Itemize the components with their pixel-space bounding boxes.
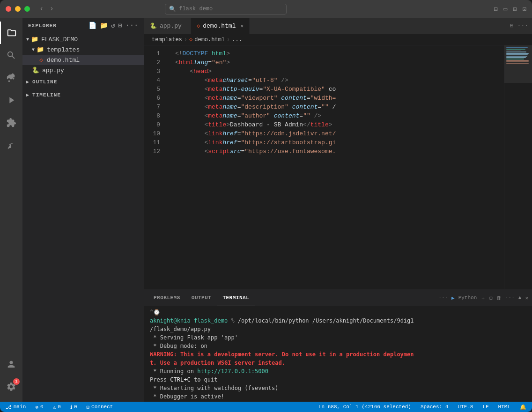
close-tab-icon[interactable]: ✕ (240, 23, 244, 29)
outline-section: ▶ OUTLINE (22, 75, 144, 88)
status-info[interactable]: ℹ 0 (68, 404, 79, 410)
status-cursor[interactable]: Ln 688, Col 1 (42166 selected) (317, 404, 413, 410)
tree-item-app-py[interactable]: 🐍 app.py (22, 65, 144, 75)
tab-demo-html[interactable]: ◇ demo.html ✕ (191, 18, 250, 34)
nav-back-button[interactable]: ‹ (37, 4, 46, 14)
editor-area: 🐍 app.py ◇ demo.html ✕ ⊟ ··· templates ›… (144, 18, 532, 402)
extensions-icon (6, 118, 16, 128)
panel-tab-right: ··· ▶ Python ＋ ⊟ 🗑 ··· ▲ ✕ (438, 294, 528, 302)
more-tabs-icon[interactable]: ··· (517, 22, 528, 29)
code-line-11: <link href="https://startbootstrap.gi (168, 138, 504, 147)
connect-label: Connect (91, 404, 113, 410)
breadcrumb-demo-html[interactable]: demo.html (194, 37, 225, 43)
line-numbers: 1 2 3 4 5 6 7 8 9 10 11 12 (144, 45, 168, 289)
kill-terminal-icon[interactable]: 🗑 (496, 295, 502, 301)
templates-label: templates (47, 46, 80, 53)
search-bar[interactable]: 🔍 flask_demo (165, 4, 287, 15)
activity-item-account[interactable] (0, 353, 22, 375)
status-warnings[interactable]: ⚠ 0 (51, 404, 63, 410)
maximize-button[interactable] (24, 6, 30, 12)
status-line-ending[interactable]: LF (480, 404, 490, 410)
status-connect[interactable]: ⊡ Connect (84, 404, 115, 410)
panel-close-icon[interactable]: ✕ (525, 295, 528, 301)
activity-item-explorer[interactable] (0, 22, 22, 44)
toggle-panel-icon[interactable]: ▭ (503, 5, 507, 13)
terminal-content[interactable]: ^⌚ aknight@knia flask_demo % /opt/local/… (144, 306, 532, 402)
explorer-title: EXPLORER (28, 23, 57, 29)
breadcrumb-sep1: › (184, 37, 187, 43)
tree-item-demo-html[interactable]: ◇ demo.html (22, 55, 144, 65)
new-terminal-icon[interactable]: ＋ (480, 294, 486, 302)
status-notifications[interactable]: 🔔 (518, 404, 528, 410)
terminal-line-4: * Serving Flask app 'app' (150, 333, 526, 342)
minimap-content (504, 45, 532, 66)
activity-item-git[interactable] (0, 66, 22, 89)
tab-terminal[interactable]: TERMINAL (217, 290, 255, 306)
tree-item-templates[interactable]: ▼ 📁 templates (22, 44, 144, 55)
tab-demo-html-label: demo.html (203, 22, 236, 29)
tree-item-flask-demo[interactable]: ▼ 📁 FLASK_DEMO (22, 34, 144, 44)
terminal-label: TERMINAL (222, 295, 249, 301)
minimize-button[interactable] (15, 6, 21, 12)
py-file-icon: 🐍 (32, 66, 39, 74)
timeline-title: TIMELINE (32, 92, 61, 98)
status-git-branch[interactable]: ⎇ main (4, 404, 28, 410)
panel-maximize-icon[interactable]: ▲ (518, 295, 522, 301)
terminal-line-6: WARNING: This is a development server. D… (150, 350, 526, 359)
code-line-9: <title>Dashboard - SB Admin</title> (168, 120, 504, 129)
tab-problems[interactable]: PROBLEMS (148, 290, 186, 306)
more-actions-icon[interactable]: ··· (126, 22, 139, 29)
close-button[interactable] (6, 6, 11, 12)
language-label: HTML (498, 404, 510, 410)
code-editor[interactable]: 1 2 3 4 5 6 7 8 9 10 11 12 (144, 45, 532, 289)
status-language[interactable]: HTML (496, 404, 512, 410)
nav-forward-button[interactable]: › (48, 4, 56, 14)
tab-app-py[interactable]: 🐍 app.py (144, 18, 191, 34)
toggle-sidebar-icon[interactable]: ⊞ (513, 5, 517, 13)
code-line-8: <meta name="author" content="" /> (168, 111, 504, 120)
settings-badge: 1 (13, 378, 20, 385)
split-editor-btn[interactable]: ⊟ (510, 22, 514, 29)
new-file-icon[interactable]: 📄 (89, 22, 97, 29)
breadcrumb-templates[interactable]: templates (152, 37, 182, 43)
templates-folder-icon: 📁 (37, 46, 44, 53)
code-line-12: <script src="https://use.fontawesome. (168, 147, 504, 156)
activity-item-search[interactable] (0, 44, 22, 66)
status-spaces[interactable]: Spaces: 4 (419, 404, 450, 410)
split-editor-icon[interactable]: ⊟ (494, 5, 497, 13)
sidebar-header: EXPLORER 📄 📁 ↺ ⊟ ··· (22, 18, 144, 33)
terminal-line-1: ^⌚ (150, 308, 526, 316)
run-icon (6, 95, 16, 105)
breadcrumb-dots[interactable]: ... (232, 37, 242, 43)
terminal-line-2: aknight@knia flask_demo % /opt/local/bin… (150, 316, 526, 325)
status-errors[interactable]: ⊗ 0 (33, 404, 45, 410)
activity-item-remote[interactable] (0, 134, 22, 156)
terminal-line-9: Press CTRL+C to quit (150, 375, 526, 384)
outline-header[interactable]: ▶ OUTLINE (22, 77, 144, 87)
app-py-label: app.py (42, 67, 64, 74)
panel-more2-icon[interactable]: ··· (505, 295, 515, 301)
cursor-position: Ln 688, Col 1 (42166 selected) (318, 404, 411, 410)
search-text: flask_demo (179, 6, 213, 12)
status-encoding[interactable]: UTF-8 (456, 404, 475, 410)
error-count: 0 (40, 404, 44, 410)
panel-more-icon[interactable]: ··· (438, 295, 448, 301)
activity-item-extensions[interactable] (0, 111, 22, 134)
folder-icon: 📁 (31, 36, 38, 43)
activity-item-settings[interactable]: 1 (0, 375, 22, 398)
output-label: OUTPUT (192, 295, 212, 301)
terminal-line-5: * Debug mode: on (150, 342, 526, 350)
terminal-panel: PROBLEMS OUTPUT TERMINAL ··· ▶ Python (144, 289, 532, 402)
split-terminal-icon[interactable]: ⊟ (489, 295, 493, 301)
code-content[interactable]: <!DOCTYPE html> <html lang="en"> <head> … (168, 45, 504, 289)
new-folder-icon[interactable]: 📁 (100, 22, 108, 29)
customize-layout-icon[interactable]: ⊡ (523, 5, 526, 13)
code-line-6: <meta name="viewport" content="width= (168, 94, 504, 103)
collapse-icon[interactable]: ⊟ (118, 22, 122, 29)
timeline-header[interactable]: ▶ TIMELINE (22, 90, 144, 100)
code-line-10: <link href="https://cdn.jsdelivr.net/ (168, 129, 504, 138)
activity-item-run[interactable] (0, 89, 22, 111)
refresh-icon[interactable]: ↺ (111, 22, 115, 29)
tab-output[interactable]: OUTPUT (186, 290, 217, 306)
search-icon (6, 50, 16, 60)
